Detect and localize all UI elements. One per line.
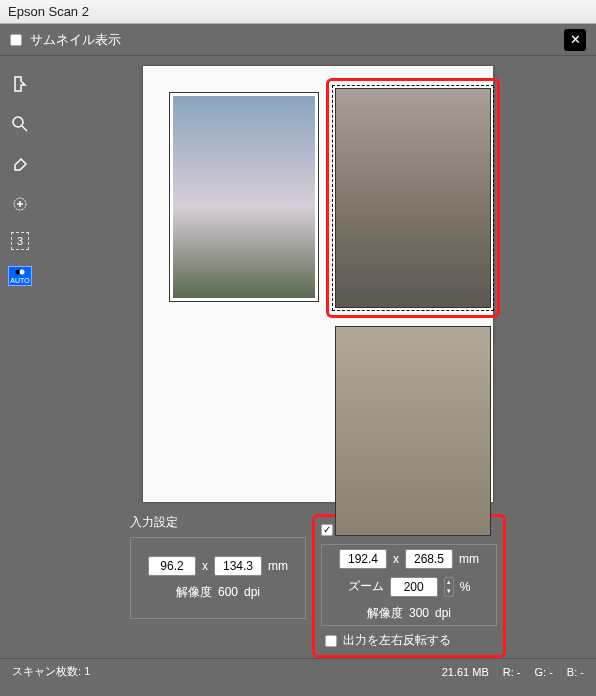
filesize: 21.61 MB xyxy=(442,666,489,678)
zoom-icon[interactable] xyxy=(8,112,32,136)
output-height-field[interactable]: 268.5 xyxy=(405,549,453,569)
auto-exposure-icon[interactable]: AUTO xyxy=(8,266,32,286)
scanned-image-1[interactable] xyxy=(169,92,319,302)
spinner-up-icon[interactable]: ▲ xyxy=(445,578,453,587)
input-height-field[interactable]: 134.3 xyxy=(214,556,262,576)
flip-horizontal-label: 出力を左右反転する xyxy=(343,632,451,649)
thumbnail-checkbox[interactable] xyxy=(10,34,22,46)
output-resolution-unit: dpi xyxy=(435,606,451,620)
output-settings-panel: 出力設定 192.4 x 268.5 mm ズーム 200 ▲▼ xyxy=(321,521,497,626)
close-icon: ✕ xyxy=(570,32,581,47)
zoom-label: ズーム xyxy=(348,578,384,595)
output-settings-checkbox[interactable] xyxy=(321,524,333,536)
marquee-count[interactable]: 3 xyxy=(11,232,29,250)
color-readout-g: G: - xyxy=(535,666,553,678)
output-dim-separator: x xyxy=(393,552,399,566)
input-unit-label: mm xyxy=(268,559,288,573)
status-bar: スキャン枚数: 1 21.61 MB R: - G: - B: - xyxy=(0,658,596,684)
title-bar: Epson Scan 2 xyxy=(0,0,596,24)
input-resolution-label: 解像度 xyxy=(176,584,212,601)
svg-point-7 xyxy=(20,270,25,275)
output-resolution-label: 解像度 xyxy=(367,605,403,622)
svg-point-0 xyxy=(13,117,23,127)
input-settings-panel: 入力設定 96.2 x 134.3 mm 解像度 600 dpi xyxy=(130,514,306,658)
scan-count: スキャン枚数: 1 xyxy=(12,664,90,679)
color-readout-b: B: - xyxy=(567,666,584,678)
eraser-icon[interactable] xyxy=(8,152,32,176)
scan-count-label: スキャン枚数: xyxy=(12,665,81,677)
zoom-field[interactable]: 200 xyxy=(390,577,438,597)
svg-marker-2 xyxy=(15,159,26,170)
auto-label: AUTO xyxy=(10,277,29,284)
input-dim-separator: x xyxy=(202,559,208,573)
close-button[interactable]: ✕ xyxy=(564,29,586,51)
thumbnail-label: サムネイル表示 xyxy=(30,31,121,49)
preview-area: 入力設定 96.2 x 134.3 mm 解像度 600 dpi xyxy=(40,56,596,658)
output-width-field[interactable]: 192.4 xyxy=(339,549,387,569)
spinner-down-icon[interactable]: ▼ xyxy=(445,587,453,596)
zoom-spinner[interactable]: ▲▼ xyxy=(444,577,454,597)
scan-count-value: 1 xyxy=(84,665,90,677)
output-unit-label: mm xyxy=(459,552,479,566)
scanned-image-3[interactable] xyxy=(335,326,491,536)
settings-row: 入力設定 96.2 x 134.3 mm 解像度 600 dpi xyxy=(40,502,596,658)
marquee-count-value: 3 xyxy=(17,235,23,247)
preview-canvas[interactable] xyxy=(143,66,493,502)
zoom-unit-label: % xyxy=(460,580,471,594)
main-area: 3 AUTO 入力設定 96.2 x 134. xyxy=(0,56,596,658)
input-resolution-unit: dpi xyxy=(244,585,260,599)
sidebar: 3 AUTO xyxy=(0,56,40,658)
thumbnail-bar: サムネイル表示 ✕ xyxy=(0,24,596,56)
add-marquee-icon[interactable] xyxy=(8,192,32,216)
svg-line-1 xyxy=(22,126,27,131)
flip-horizontal-checkbox[interactable] xyxy=(325,635,337,647)
color-readout-r: R: - xyxy=(503,666,521,678)
rotate-icon[interactable] xyxy=(8,72,32,96)
scanned-image-2[interactable] xyxy=(335,88,491,308)
output-resolution-value: 300 xyxy=(409,606,429,620)
input-resolution-value: 600 xyxy=(218,585,238,599)
input-settings-title: 入力設定 xyxy=(130,514,178,531)
input-width-field[interactable]: 96.2 xyxy=(148,556,196,576)
window-title: Epson Scan 2 xyxy=(8,4,89,19)
